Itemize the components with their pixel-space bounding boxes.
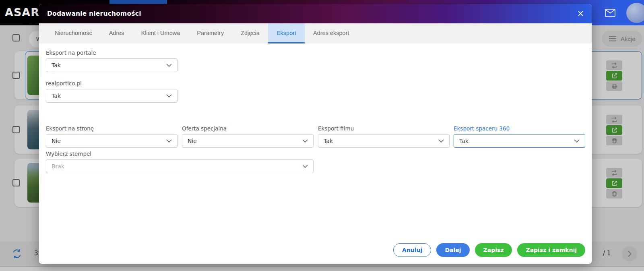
tab-nieruchomosc[interactable]: Nieruchomość [46,23,101,43]
chevron-down-icon [166,64,172,67]
field-label: realportico.pl [46,80,178,87]
next-button[interactable]: Dalej [436,243,469,257]
field-eksport-filmu: Eksport filmu Tak [318,125,450,148]
modal-body: Eksport na portale Tak realportico.pl Ta… [39,43,592,264]
eksport-na-portale-select[interactable]: Tak [46,58,178,72]
cancel-button[interactable]: Anuluj [393,243,431,257]
select-value: Nie [52,138,61,144]
field-wybierz-stempel: Wybierz stempel Brak [46,151,314,173]
field-label: Eksport filmu [318,125,450,132]
close-button[interactable] [576,10,584,18]
modal-tab-bar: Nieruchomość Adres Klient i Umowa Parame… [39,23,592,43]
modal-title: Dodawanie nieruchomości [47,10,141,17]
select-value: Tak [459,138,469,144]
realportico-select[interactable]: Tak [46,89,178,103]
mail-icon[interactable] [605,9,615,17]
field-label: Oferta specjalna [182,125,314,132]
select-value: Tak [52,93,61,99]
eksport-filmu-select[interactable]: Tak [318,134,450,148]
select-value: Tak [324,138,333,144]
select-value: Nie [188,138,197,144]
save-and-close-button[interactable]: Zapisz i zamknij [517,243,585,257]
tab-adres[interactable]: Adres [101,23,133,43]
field-eksport-na-portale: Eksport na portale Tak [46,50,178,72]
chevron-down-icon [166,139,172,143]
field-eksport-spaceru-360: Eksport spaceru 360 Tak [454,125,585,148]
tab-adres-eksport[interactable]: Adres eksport [305,23,357,43]
field-label: Eksport spaceru 360 [454,125,585,132]
field-oferta-specjalna: Oferta specjalna Nie [182,125,314,148]
select-value: Tak [52,62,61,68]
tab-klient-i-umowa[interactable]: Klient i Umowa [133,23,189,43]
save-button[interactable]: Zapisz [475,243,512,257]
tab-parametry[interactable]: Parametry [188,23,232,43]
eksport-na-strone-select[interactable]: Nie [46,134,178,148]
asari-logo-text: ASAR [5,6,39,19]
oferta-specjalna-select[interactable]: Nie [182,134,314,148]
add-property-modal: Dodawanie nieruchomości Nieruchomość Adr… [39,4,592,264]
wybierz-stempel-select[interactable]: Brak [46,159,314,173]
asari-logo: ASAR [5,6,39,19]
chevron-down-icon [574,139,580,143]
page: ASAR Ws Akcje [0,0,644,271]
chevron-down-icon [438,139,444,143]
active-nav-indicator [109,0,167,4]
modal-action-buttons: Anuluj Dalej Zapisz Zapisz i zamknij [393,243,585,257]
chevron-down-icon [302,139,308,143]
field-realportico: realportico.pl Tak [46,80,178,103]
tab-zdjecia[interactable]: Zdjęcia [232,23,268,43]
user-avatar[interactable] [626,3,644,23]
chevron-down-icon [166,94,172,97]
chevron-down-icon [302,165,308,168]
field-label: Eksport na portale [46,50,178,56]
modal-header: Dodawanie nieruchomości [39,4,592,23]
eksport-spaceru-360-select[interactable]: Tak [454,134,585,148]
field-label: Wybierz stempel [46,151,314,157]
field-eksport-na-strone: Eksport na stronę Nie [46,125,178,148]
tab-eksport[interactable]: Eksport [268,23,305,43]
select-value: Brak [52,163,64,170]
close-icon [578,10,584,17]
field-label: Eksport na stronę [46,125,178,132]
